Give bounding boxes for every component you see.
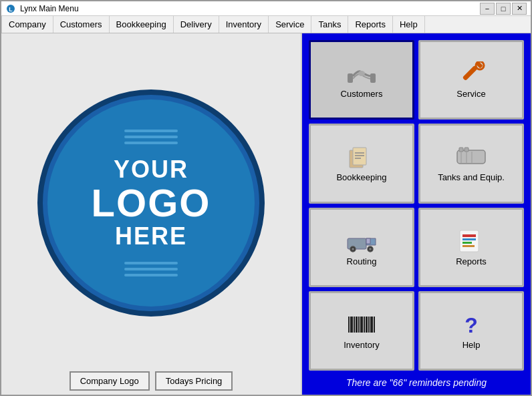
grid-btn-label-tanks: Tanks and Equip. — [438, 172, 505, 182]
grid-btn-label-customers: Customers — [341, 89, 383, 99]
svg-rect-35 — [358, 317, 360, 333]
logo-line-2 — [124, 136, 178, 138]
svg-rect-9 — [353, 148, 366, 165]
svg-point-25 — [369, 248, 372, 250]
grid-btn-label-inventory: Inventory — [344, 340, 379, 350]
grid-btn-service[interactable]: Service — [418, 40, 524, 120]
svg-rect-28 — [462, 238, 476, 240]
logo-circle-inner: YOUR LOGO HERE — [47, 100, 255, 307]
svg-rect-29 — [462, 242, 472, 244]
wrench-icon — [455, 61, 487, 86]
logo-area: YOUR LOGO HERE — [8, 40, 294, 366]
menu-item-tanks[interactable]: Tanks — [311, 16, 348, 33]
left-panel: YOUR LOGO HERE Company LogoTodays Pricin… — [1, 33, 302, 396]
svg-rect-31 — [348, 317, 350, 333]
tanks-icon — [455, 144, 487, 170]
grid-area: Customers Service Bookkeeping Tanks and … — [309, 40, 524, 371]
grid-btn-label-help: Help — [462, 340, 481, 350]
logo-line-3 — [124, 142, 178, 144]
window-title: Lynx Main Menu — [20, 4, 480, 13]
menu-item-delivery[interactable]: Delivery — [174, 16, 219, 33]
grid-btn-help[interactable]: ? Help — [418, 291, 524, 371]
grid-btn-customers[interactable]: Customers — [309, 40, 414, 120]
menu-item-bookkeeping[interactable]: Bookkeeping — [110, 16, 174, 33]
title-bar: L Lynx Main Menu − □ ✕ — [1, 1, 531, 16]
logo-line-1 — [124, 130, 178, 132]
papers-icon — [346, 144, 378, 170]
menu-item-help[interactable]: Help — [393, 16, 425, 33]
grid-btn-reports[interactable]: Reports — [418, 208, 524, 287]
svg-rect-38 — [366, 317, 368, 333]
left-bottom-buttons: Company LogoTodays Pricing — [70, 366, 233, 391]
svg-rect-36 — [360, 317, 363, 333]
svg-rect-32 — [350, 317, 353, 333]
menu-item-customers[interactable]: Customers — [53, 16, 110, 33]
svg-rect-40 — [370, 317, 373, 333]
logo-lines-bottom — [124, 262, 178, 276]
svg-rect-33 — [354, 317, 355, 333]
svg-text:L: L — [9, 6, 13, 13]
svg-point-4 — [358, 71, 365, 76]
status-text: There are "66" reminders pending — [309, 375, 524, 391]
svg-rect-21 — [366, 238, 370, 244]
menu-item-inventory[interactable]: Inventory — [219, 16, 269, 33]
grid-btn-label-service: Service — [456, 89, 485, 99]
app-icon: L — [5, 3, 16, 14]
minimize-button[interactable]: − — [480, 3, 495, 15]
svg-rect-30 — [462, 245, 475, 247]
svg-rect-26 — [460, 230, 479, 252]
menu-item-reports[interactable]: Reports — [348, 16, 393, 33]
logo-line-5 — [124, 268, 178, 270]
grid-btn-routing[interactable]: Routing — [309, 208, 414, 287]
help-icon: ? — [455, 312, 487, 337]
svg-rect-2 — [348, 73, 353, 83]
svg-rect-37 — [364, 317, 365, 333]
todays-pricing-button[interactable]: Todays Pricing — [155, 371, 233, 391]
svg-rect-34 — [356, 317, 358, 333]
grid-btn-label-reports: Reports — [456, 256, 487, 266]
logo-text-your: YOUR — [114, 156, 188, 184]
logo-lines-top — [124, 130, 178, 144]
menu-item-company[interactable]: Company — [1, 16, 53, 33]
svg-text:?: ? — [464, 313, 478, 337]
svg-point-23 — [352, 248, 354, 250]
barcode-icon — [346, 312, 378, 337]
handshake-icon — [346, 61, 378, 86]
svg-rect-41 — [374, 317, 375, 333]
menu-item-service[interactable]: Service — [269, 16, 311, 33]
svg-rect-27 — [462, 234, 476, 237]
logo-line-4 — [124, 262, 178, 264]
svg-rect-14 — [459, 148, 463, 152]
logo-text-group: YOUR LOGO HERE — [92, 156, 211, 250]
logo-text-logo: LOGO — [92, 184, 211, 222]
logo-circle-outer: YOUR LOGO HERE — [37, 89, 265, 317]
reports-icon — [455, 228, 487, 254]
svg-rect-39 — [368, 317, 370, 333]
maximize-button[interactable]: □ — [496, 3, 511, 15]
grid-btn-bookkeeping[interactable]: Bookkeeping — [309, 124, 414, 203]
company-logo-button[interactable]: Company Logo — [70, 371, 150, 391]
grid-btn-inventory[interactable]: Inventory — [309, 291, 414, 371]
svg-rect-3 — [370, 73, 376, 83]
logo-text-here: HERE — [115, 222, 187, 250]
grid-btn-label-bookkeeping: Bookkeeping — [336, 172, 386, 182]
main-content: YOUR LOGO HERE Company LogoTodays Pricin… — [1, 33, 531, 396]
truck-icon — [346, 228, 378, 254]
close-button[interactable]: ✕ — [512, 3, 527, 15]
grid-btn-tanks[interactable]: Tanks and Equip. — [418, 124, 524, 203]
svg-rect-15 — [464, 148, 469, 152]
logo-line-6 — [124, 274, 178, 276]
window-controls: − □ ✕ — [480, 3, 527, 15]
menu-bar: CompanyCustomersBookkeepingDeliveryInven… — [1, 16, 531, 33]
right-panel: Customers Service Bookkeeping Tanks and … — [302, 33, 531, 396]
grid-btn-label-routing: Routing — [347, 256, 377, 266]
